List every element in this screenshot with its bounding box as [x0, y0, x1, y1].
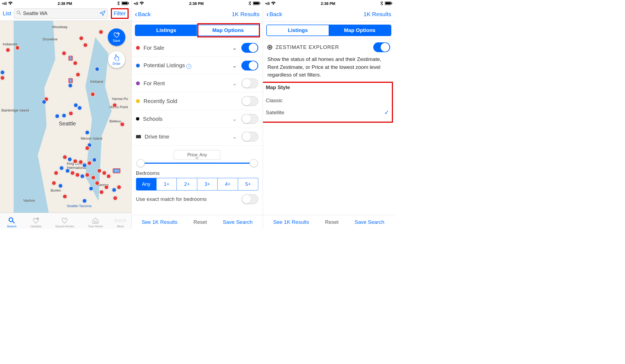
style-satellite[interactable]: Satellite ✓ [266, 106, 389, 119]
draw-button[interactable]: Draw [108, 51, 125, 68]
svg-point-3 [17, 11, 20, 14]
filter-recently-sold[interactable]: Recently Sold ⌄ [132, 92, 263, 110]
bed-3[interactable]: 3+ [197, 178, 218, 190]
see-results-button[interactable]: See 1K Results [273, 219, 309, 225]
wifi-icon [139, 1, 144, 6]
svg-line-8 [12, 221, 15, 223]
tab-more[interactable]: ○○○ More [117, 217, 124, 228]
save-search-button[interactable]: Save Search [355, 219, 384, 225]
segment-control: Listings Map Options [263, 22, 395, 39]
explorer-description: Show the status of all homes and their Z… [263, 55, 395, 83]
chevron-down-icon[interactable]: ⌄ [232, 80, 238, 87]
screen-map-options: •ılI 2:38 PM ‹ Back 1K Results Listings … [263, 0, 395, 229]
bed-1[interactable]: 1+ [157, 178, 177, 190]
toggle-drive[interactable] [241, 132, 258, 142]
location-arrow-icon[interactable] [100, 10, 106, 17]
svg-point-7 [9, 218, 13, 222]
draw-label: Draw [113, 62, 120, 66]
style-classic[interactable]: Classic [266, 95, 389, 106]
price-slider[interactable] [140, 163, 254, 164]
reset-button[interactable]: Reset [325, 219, 339, 225]
map-label: Burien [51, 188, 61, 192]
tab-updates[interactable]: Updates [30, 217, 41, 228]
school-icon [136, 117, 139, 121]
search-box[interactable] [14, 8, 108, 19]
highway-shield: 405 [113, 168, 120, 173]
map-label: Yarrow Po [112, 97, 128, 101]
results-count[interactable]: 1K Results [363, 11, 391, 17]
home-icon [92, 217, 99, 224]
filter-list: For Sale ⌄ Potential Listings i ⌄ For Re… [132, 39, 263, 215]
svg-rect-11 [253, 2, 259, 4]
toggle-for-sale[interactable] [241, 43, 258, 53]
battery-icon [121, 1, 129, 6]
filter-drive-time[interactable]: Drive time ⌄ [132, 128, 263, 146]
status-bar: •ılI 2:38 PM [132, 1, 263, 7]
map-label: Bainbridge Island [1, 108, 29, 112]
bed-4[interactable]: 4+ [218, 178, 238, 190]
back-button[interactable]: ‹ Back [135, 10, 151, 19]
filter-for-sale[interactable]: For Sale ⌄ [132, 39, 263, 57]
bluetooth-icon [117, 1, 120, 6]
clock: 2:38 PM [58, 1, 72, 6]
list-button[interactable]: List [3, 10, 11, 17]
filter-schools[interactable]: Schools ⌄ [132, 110, 263, 128]
chevron-down-icon[interactable]: ⌄ [232, 45, 238, 51]
battery-icon [385, 1, 392, 6]
see-results-button[interactable]: See 1K Results [142, 219, 178, 225]
results-count[interactable]: 1K Results [232, 11, 260, 17]
tab-your-home[interactable]: Your Home [88, 217, 103, 228]
slider-max-handle[interactable] [250, 159, 258, 167]
reset-button[interactable]: Reset [193, 219, 207, 225]
save-search-button[interactable]: Save Search [223, 219, 253, 225]
chevron-down-icon[interactable]: ⌄ [232, 62, 238, 69]
footer-bar: See 1K Results Reset Save Search [263, 215, 395, 229]
tab-bar: Search Updates Saved Homes Your Home ○○○… [0, 213, 131, 229]
map-style-title: Map Style [266, 84, 389, 90]
bed-2[interactable]: 2+ [177, 178, 197, 190]
filter-potential[interactable]: Potential Listings i ⌄ [132, 57, 263, 75]
filter-button[interactable]: Filter [111, 8, 128, 19]
signal-icon: •ılI [2, 1, 7, 6]
options-list: ZESTIMATE EXPLORER Show the status of al… [263, 39, 395, 215]
search-input[interactable] [23, 11, 100, 16]
exact-match-row: Use exact match for bedrooms [132, 190, 263, 204]
price-bubble: Price: Any [174, 150, 220, 160]
seg-listings[interactable]: Listings [267, 25, 329, 36]
tab-saved[interactable]: Saved Homes [55, 217, 74, 228]
save-search-button[interactable]: Save [108, 28, 125, 46]
toggle-recently-sold[interactable] [241, 96, 258, 106]
info-icon[interactable]: i [186, 64, 191, 69]
toggle-exact-match[interactable] [241, 194, 258, 204]
seg-map-options[interactable]: Map Options [197, 25, 259, 36]
map[interactable]: Seattle Shoreline Kirkland Bellevu Merce… [0, 21, 131, 213]
tab-search[interactable]: Search [7, 217, 16, 228]
filter-for-rent[interactable]: For Rent ⌄ [132, 75, 263, 92]
bed-any[interactable]: Any [136, 178, 157, 190]
toggle-explorer[interactable] [373, 42, 390, 52]
radio-icon[interactable] [267, 45, 272, 50]
battery-icon [253, 1, 261, 6]
heart-updates-icon [32, 217, 40, 224]
map-label-seattle: Seattle [59, 121, 76, 127]
bed-5[interactable]: 5+ [238, 178, 258, 190]
chevron-down-icon[interactable]: ⌄ [232, 116, 238, 122]
footer-bar: See 1K Results Reset Save Search [132, 215, 263, 229]
toggle-for-rent[interactable] [241, 78, 258, 88]
save-label: Save [113, 39, 120, 43]
toggle-potential[interactable] [241, 61, 258, 71]
chevron-down-icon[interactable]: ⌄ [232, 133, 238, 140]
back-button[interactable]: ‹ Back [266, 10, 282, 19]
status-bar: •ılI 2:38 PM [263, 1, 395, 7]
seg-map-options[interactable]: Map Options [329, 25, 390, 36]
map-label: Seattle-Tacoma [67, 204, 91, 208]
svg-rect-1 [122, 2, 128, 4]
seg-listings[interactable]: Listings [135, 25, 197, 36]
svg-rect-2 [128, 2, 129, 4]
highway-shield: 5 [68, 56, 73, 61]
bedrooms-segment: Any 1+ 2+ 3+ 4+ 5+ [136, 178, 259, 190]
slider-min-handle[interactable] [137, 159, 145, 167]
map-label: Bellevu [109, 119, 121, 123]
wifi-icon [8, 1, 13, 6]
toggle-schools[interactable] [241, 114, 258, 124]
